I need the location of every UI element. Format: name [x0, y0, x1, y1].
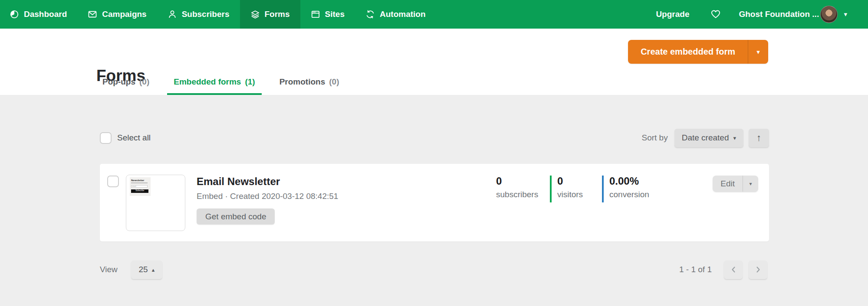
- nav-item-dashboard[interactable]: Dashboard: [0, 0, 77, 29]
- form-meta: Embed · Created 2020-03-12 08:42:51: [197, 192, 338, 201]
- person-icon: [168, 10, 177, 19]
- chevron-down-icon: ▾: [756, 48, 760, 56]
- nav-label: Campaigns: [102, 10, 146, 19]
- chevron-down-icon[interactable]: ▾: [844, 10, 847, 18]
- nav-item-sites[interactable]: Sites: [300, 0, 355, 29]
- stat-subscribers: 0 subscribers: [496, 176, 550, 202]
- create-button-dropdown[interactable]: ▾: [748, 40, 768, 64]
- select-all-checkbox[interactable]: [100, 132, 112, 144]
- edit-button-dropdown[interactable]: ▾: [743, 176, 758, 192]
- stat-label: visitors: [557, 190, 602, 199]
- tab-label: Promotions: [279, 77, 326, 87]
- stat-value: 0: [557, 176, 602, 187]
- chevron-down-icon: ▾: [749, 181, 752, 187]
- nav-item-campaigns[interactable]: Campaigns: [77, 0, 157, 29]
- tab-count: (0): [329, 77, 339, 87]
- form-thumbnail[interactable]: Newsletter email Subscribe: [126, 175, 185, 231]
- previous-page-button[interactable]: [724, 260, 743, 279]
- clock-icon: [10, 10, 19, 19]
- list-footer: View 25 ▴ 1 - 1 of 1: [100, 260, 767, 279]
- sort-field-value: Date created: [682, 133, 729, 143]
- tab-promotions[interactable]: Promotions (0): [273, 77, 346, 95]
- chevron-left-icon: [731, 266, 736, 273]
- sort-by-label: Sort by: [641, 133, 667, 143]
- form-thumbnail-preview: Newsletter email Subscribe: [130, 177, 151, 196]
- get-embed-code-button[interactable]: Get embed code: [197, 208, 275, 225]
- edit-button-label: Edit: [720, 179, 735, 189]
- thumbnail-input-placeholder: email: [132, 186, 138, 187]
- create-embedded-form-button[interactable]: Create embedded form: [628, 40, 748, 64]
- list-toolbar: Select all Sort by Date created ▾ ↑: [100, 128, 769, 147]
- select-all-label: Select all: [117, 133, 151, 143]
- stat-label: conversion: [609, 190, 671, 199]
- account-menu[interactable]: Ghost Foundation ... ▾: [739, 6, 847, 23]
- nav-item-forms[interactable]: Forms: [240, 0, 300, 29]
- layers-icon: [250, 10, 260, 19]
- nav-item-subscribers[interactable]: Subscribers: [157, 0, 240, 29]
- sort-direction-button[interactable]: ↑: [749, 129, 769, 147]
- browser-icon: [311, 10, 320, 19]
- stat-label: subscribers: [496, 190, 550, 199]
- account-name: Ghost Foundation ...: [739, 10, 815, 19]
- favorites-button[interactable]: [710, 9, 721, 20]
- next-page-button[interactable]: [749, 260, 767, 279]
- nav-label: Forms: [265, 10, 290, 19]
- pagination-range: 1 - 1 of 1: [679, 265, 712, 274]
- edit-button[interactable]: Edit: [713, 176, 743, 192]
- page-size-value: 25: [139, 265, 148, 274]
- create-button-label: Create embedded form: [641, 47, 735, 57]
- tab-label: Pop-ups: [102, 77, 135, 87]
- form-stats: 0 subscribers 0 visitors 0.00% conversio…: [496, 176, 671, 202]
- page-size-dropdown[interactable]: 25 ▴: [131, 260, 162, 279]
- thumbnail-button-label: Subscribe: [135, 190, 144, 192]
- tab-popups[interactable]: Pop-ups (0): [96, 77, 156, 95]
- arrow-up-icon: ↑: [756, 132, 761, 143]
- tab-count: (1): [245, 77, 255, 87]
- avatar[interactable]: [820, 6, 838, 23]
- row-checkbox[interactable]: [107, 176, 119, 187]
- top-nav: Dashboard Campaigns Subscribers Forms: [0, 0, 868, 29]
- forms-page: Dashboard Campaigns Subscribers Forms: [0, 0, 868, 306]
- stat-conversion: 0.00% conversion: [602, 176, 671, 202]
- chevron-down-icon: ▾: [733, 135, 736, 141]
- thumbnail-desc-line: [131, 182, 148, 183]
- nav-label: Sites: [325, 10, 345, 19]
- chevron-up-icon: ▴: [152, 267, 155, 273]
- pagination: 1 - 1 of 1: [679, 260, 767, 279]
- stat-value: 0.00%: [609, 176, 671, 187]
- view-label: View: [100, 265, 118, 274]
- stat-visitors: 0 visitors: [550, 176, 602, 202]
- nav-right-cluster: Upgrade Ghost Foundation ... ▾: [651, 0, 868, 29]
- form-list-item: Newsletter email Subscribe Email Newslet…: [100, 164, 769, 241]
- stat-value: 0: [496, 176, 550, 187]
- form-title: Email Newsletter: [197, 176, 338, 188]
- page-header: Forms Pop-ups (0) Embedded forms (1) Pro…: [0, 29, 868, 95]
- create-embedded-form-split-button: Create embedded form ▾: [628, 40, 768, 64]
- refresh-icon: [365, 10, 375, 19]
- tab-embedded-forms[interactable]: Embedded forms (1): [167, 77, 261, 95]
- heart-icon: [710, 9, 721, 20]
- sort-field-dropdown[interactable]: Date created ▾: [674, 129, 743, 147]
- thumbnail-email-input: email: [131, 185, 148, 188]
- nav-label: Subscribers: [182, 10, 230, 19]
- sort-controls: Sort by Date created ▾ ↑: [641, 129, 769, 147]
- upgrade-link[interactable]: Upgrade: [651, 10, 694, 19]
- tab-label: Embedded forms: [174, 77, 241, 87]
- edit-split-button: Edit ▾: [713, 176, 758, 192]
- chevron-right-icon: [756, 266, 761, 273]
- thumbnail-subscribe-button: Subscribe: [131, 189, 148, 193]
- envelope-icon: [88, 10, 97, 19]
- form-info: Email Newsletter Embed · Created 2020-03…: [197, 176, 338, 225]
- tab-bar: Pop-ups (0) Embedded forms (1) Promotion…: [96, 77, 357, 95]
- nav-label: Automation: [380, 10, 426, 19]
- nav-label: Dashboard: [24, 10, 67, 19]
- thumbnail-form-title: Newsletter: [131, 179, 140, 180]
- tab-count: (0): [139, 77, 149, 87]
- nav-item-automation[interactable]: Automation: [355, 0, 436, 29]
